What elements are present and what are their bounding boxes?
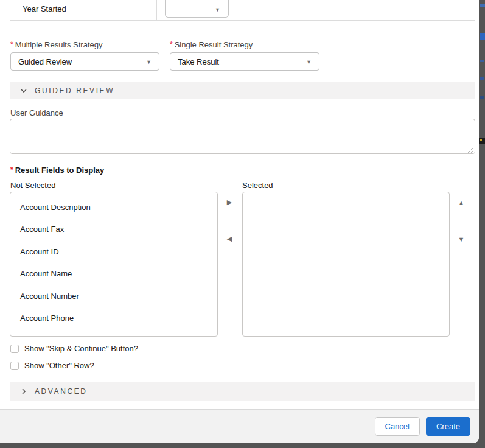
user-guidance-textarea[interactable]	[10, 119, 475, 154]
list-item[interactable]: Account ID	[10, 240, 217, 263]
create-button[interactable]: Create	[426, 417, 470, 436]
row-divider	[10, 20, 475, 21]
down-arrow-icon: ▼	[458, 236, 465, 243]
selected-label: Selected	[242, 181, 273, 190]
not-selected-listbox[interactable]: Account Description Account Fax Account …	[10, 192, 218, 337]
table-column-divider	[156, 0, 157, 20]
dialog-footer: Cancel Create	[0, 409, 479, 443]
resize-handle-icon[interactable]	[467, 147, 474, 153]
list-item[interactable]: Account Fax	[10, 219, 217, 241]
year-started-dropdown[interactable]: ▼	[165, 0, 229, 18]
screen: Year Started ▼ *Multiple Results Strateg…	[0, 0, 485, 448]
list-item[interactable]: Account Rating	[10, 329, 217, 337]
cancel-button[interactable]: Cancel	[375, 417, 420, 436]
list-item[interactable]: Account Name	[10, 263, 217, 285]
backdrop-artifact	[480, 60, 484, 62]
section-guided-review[interactable]: GUIDED REVIEW	[10, 82, 475, 99]
skip-continue-checkbox-label: Show "Skip & Continue" Button?	[24, 344, 138, 353]
left-arrow-icon: ◀	[227, 236, 232, 242]
chevron-down-icon: ▼	[146, 60, 152, 65]
required-asterisk: *	[10, 166, 13, 174]
selected-listbox[interactable]	[242, 192, 450, 337]
right-arrow-icon: ▶	[227, 199, 232, 206]
user-guidance-label: User Guidance	[10, 108, 63, 117]
create-dialog: Year Started ▼ *Multiple Results Strateg…	[0, 0, 479, 443]
not-selected-label: Not Selected	[10, 181, 55, 190]
other-row-checkbox[interactable]	[10, 362, 19, 370]
move-down-button[interactable]: ▼	[456, 234, 466, 244]
other-row-checkbox-row: Show "Other" Row?	[10, 361, 94, 370]
other-row-checkbox-label: Show "Other" Row?	[24, 361, 94, 370]
up-arrow-icon: ▲	[458, 200, 465, 206]
single-result-strategy-select[interactable]: Take Result ▼	[170, 52, 319, 71]
section-guided-review-title: GUIDED REVIEW	[35, 86, 114, 95]
single-result-strategy-label: *Single Result Strategy	[170, 40, 253, 49]
backdrop-artifact	[480, 4, 485, 7]
chevron-right-icon	[19, 387, 28, 396]
chevron-down-icon	[19, 86, 28, 95]
single-result-strategy-value: Take Result	[178, 57, 219, 66]
chevron-down-icon: ▼	[215, 7, 220, 13]
skip-continue-checkbox-row: Show "Skip & Continue" Button?	[10, 344, 138, 353]
section-advanced-title: ADVANCED	[35, 387, 88, 396]
multiple-results-strategy-value: Guided Review	[18, 57, 72, 66]
required-asterisk: *	[10, 40, 13, 49]
result-fields-label: *Result Fields to Display	[10, 166, 104, 175]
backdrop-artifact	[480, 96, 484, 99]
backdrop-artifact	[480, 33, 485, 40]
section-advanced[interactable]: ADVANCED	[10, 382, 475, 401]
required-asterisk: *	[170, 40, 173, 49]
move-right-button[interactable]: ▶	[225, 197, 234, 207]
skip-continue-checkbox[interactable]	[10, 345, 19, 353]
list-item[interactable]: Account Number	[10, 285, 217, 307]
multiple-results-strategy-label: *Multiple Results Strategy	[10, 40, 102, 49]
list-item[interactable]: Account Phone	[10, 307, 217, 330]
year-started-label: Year Started	[23, 4, 66, 13]
list-item[interactable]: Account Description	[10, 196, 217, 219]
move-left-button[interactable]: ◀	[225, 234, 234, 243]
multiple-results-strategy-select[interactable]: Guided Review ▼	[10, 52, 159, 71]
chevron-down-icon: ▼	[306, 60, 312, 65]
backdrop-artifact	[480, 139, 482, 141]
backdrop-artifact	[480, 77, 484, 80]
move-up-button[interactable]: ▲	[456, 198, 466, 208]
